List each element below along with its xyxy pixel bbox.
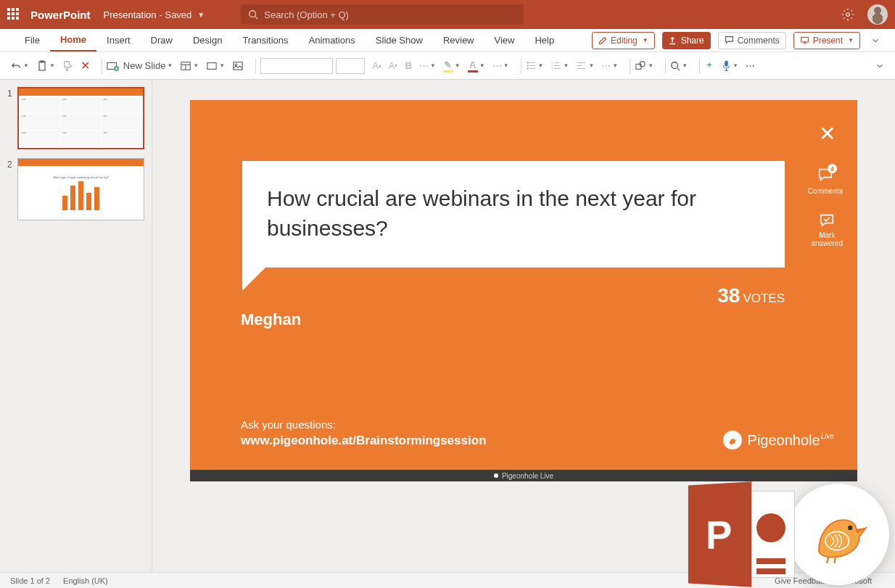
clear-format-button[interactable]: ⋯▼ (492, 60, 509, 71)
more-font-button[interactable]: ⋯▼ (419, 60, 436, 71)
search-placeholder: Search (Option + Q) (264, 9, 349, 20)
pigeonhole-badge (788, 484, 889, 585)
more-button[interactable]: ⋯ (746, 60, 755, 71)
svg-rect-3 (801, 37, 808, 42)
slide-comments-button[interactable]: 4 Comments (808, 167, 843, 195)
delete-button[interactable]: ✕ (81, 59, 90, 73)
user-avatar[interactable] (867, 4, 888, 25)
doc-saved-status: - Saved (160, 9, 192, 20)
tab-draw[interactable]: Draw (141, 29, 183, 51)
undo-button[interactable]: ▼ (10, 61, 29, 71)
new-slide-button[interactable]: New Slide▼ (107, 60, 173, 72)
thumbnail-row: 1 ▪ aaa▪ aaa▪ aaa ▪ aaa▪ aaa▪ aaa ▪ aaa▪… (7, 87, 144, 149)
gear-icon[interactable] (841, 8, 854, 21)
share-icon (669, 36, 677, 45)
find-button[interactable]: ▼ (670, 61, 688, 71)
present-icon (800, 36, 809, 45)
slide-thumbnail-1[interactable]: ▪ aaa▪ aaa▪ aaa ▪ aaa▪ aaa▪ aaa ▪ aaa▪ a… (17, 87, 144, 149)
tab-slideshow[interactable]: Slide Show (366, 29, 433, 51)
slide-counter[interactable]: Slide 1 of 2 (10, 576, 50, 585)
present-button[interactable]: Present ▼ (793, 32, 860, 49)
font-size-select[interactable] (336, 58, 365, 74)
svg-point-31 (672, 62, 678, 68)
svg-rect-11 (207, 62, 216, 69)
ribbon-toolbar: ▼ ▼ ✕ New Slide▼ ▼ ▼ A▴ A▾ B ⋯▼ ✎▼ A▼ ⋯▼… (0, 52, 895, 80)
align-button[interactable]: ▼ (576, 61, 594, 70)
doc-title[interactable]: Presentation (104, 9, 157, 20)
shapes-button[interactable]: ▼ (635, 61, 653, 71)
chevron-down-icon[interactable]: ▼ (197, 11, 205, 19)
status-dot-icon (494, 473, 498, 478)
app-launcher-icon[interactable] (7, 8, 20, 21)
title-bar: PowerPoint Presentation - Saved ▼ Search… (0, 0, 895, 29)
bullets-button[interactable]: ▼ (526, 61, 544, 70)
highlight-color-button[interactable]: ✎▼ (443, 59, 461, 73)
close-icon[interactable]: ✕ (819, 122, 836, 146)
comment-count-badge: 4 (828, 164, 837, 173)
thumbnail-number: 2 (7, 158, 17, 220)
pigeon-icon (723, 431, 742, 450)
svg-point-14 (527, 62, 528, 64)
tab-design[interactable]: Design (183, 29, 232, 51)
tab-review[interactable]: Review (433, 29, 484, 51)
svg-point-0 (249, 11, 256, 17)
slide[interactable]: ✕ 4 Comments Mark answered How crucial a… (190, 100, 857, 470)
ask-url: www.pigeonhole.at/Brainstormingsession (241, 434, 486, 448)
svg-point-34 (733, 439, 734, 440)
tab-help[interactable]: Help (524, 29, 564, 51)
decrease-font-button[interactable]: A▾ (389, 60, 398, 71)
chevron-down-icon[interactable] (875, 61, 885, 71)
chevron-down-icon: ▼ (848, 37, 854, 44)
mark-answered-button[interactable]: Mark answered (812, 212, 843, 247)
svg-rect-33 (725, 60, 728, 66)
ribbon-tabs: File Home Insert Draw Design Transitions… (0, 29, 895, 52)
editing-mode-button[interactable]: Editing▼ (592, 32, 655, 49)
font-family-select[interactable] (260, 58, 333, 74)
bold-button[interactable]: B (405, 60, 411, 71)
increase-font-button[interactable]: A▴ (372, 60, 381, 71)
tab-file[interactable]: File (15, 29, 50, 51)
layout-button[interactable]: ▼ (180, 61, 199, 71)
section-button[interactable]: ▼ (206, 61, 225, 71)
powerpoint-letter: P (688, 481, 751, 587)
comment-icon (725, 36, 734, 45)
tab-home[interactable]: Home (50, 29, 96, 51)
comments-button[interactable]: Comments (718, 32, 786, 49)
vote-count: 38VOTES (717, 284, 785, 307)
more-para-button[interactable]: ⋯▼ (601, 60, 618, 71)
new-slide-icon (107, 60, 120, 72)
dictate-button[interactable]: ▼ (722, 60, 738, 72)
language-indicator[interactable]: English (UK) (63, 576, 108, 585)
format-painter-button[interactable] (62, 60, 73, 71)
share-button[interactable]: Share (662, 32, 711, 49)
slide-thumbnail-2[interactable]: What type of paid marketing should we tr… (17, 158, 144, 220)
svg-line-1 (255, 17, 258, 20)
svg-point-18 (527, 68, 528, 70)
photo-button[interactable] (232, 61, 244, 71)
search-input[interactable]: Search (Option + Q) (241, 4, 524, 25)
asker-name: Meghan (241, 310, 301, 329)
slide-thumbnail-panel: 1 ▪ aaa▪ aaa▪ aaa ▪ aaa▪ aaa▪ aaa ▪ aaa▪… (0, 80, 152, 572)
numbering-button[interactable]: 123▼ (550, 61, 569, 70)
chevron-down-icon[interactable] (870, 36, 880, 46)
overlay-badges: P (686, 484, 889, 585)
tab-animations[interactable]: Animations (299, 29, 366, 51)
powerpoint-badge: P (686, 484, 795, 585)
tab-view[interactable]: View (484, 29, 525, 51)
designer-button[interactable] (704, 61, 714, 71)
svg-point-13 (235, 63, 237, 65)
paste-button[interactable]: ▼ (36, 60, 55, 72)
svg-text:3: 3 (551, 67, 553, 70)
svg-point-16 (527, 65, 528, 67)
tab-insert[interactable]: Insert (96, 29, 141, 51)
svg-point-2 (846, 13, 850, 17)
svg-point-36 (848, 526, 852, 530)
addin-bar: Pigeonhole Live (190, 470, 857, 481)
thumbnail-number: 1 (7, 87, 17, 149)
pigeonhole-logo: PigeonholeLive (723, 431, 834, 450)
font-color-button[interactable]: A▼ (468, 59, 485, 73)
svg-line-32 (677, 67, 680, 70)
question-bubble: How crucial are webinars in the next yea… (242, 161, 785, 268)
tab-transitions[interactable]: Transitions (232, 29, 298, 51)
chevron-down-icon: ▼ (643, 37, 648, 44)
